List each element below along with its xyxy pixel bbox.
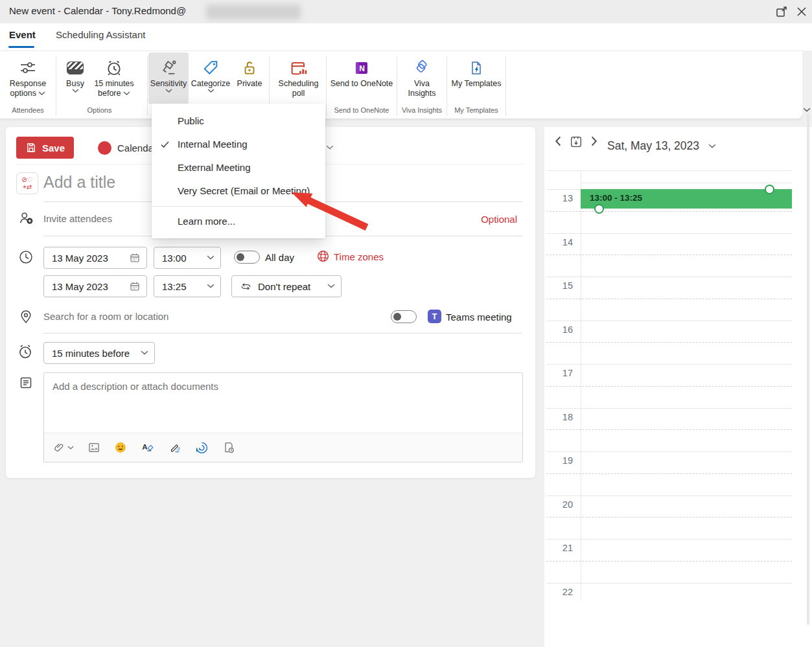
- calendar-color-dot: [98, 141, 111, 155]
- end-date-input[interactable]: 13 May 2023: [43, 275, 147, 297]
- hour-line: [546, 495, 792, 496]
- ribbon-overflow-button[interactable]: [803, 108, 811, 113]
- start-time-value: 13:00: [162, 253, 187, 264]
- hour-line: [546, 364, 792, 365]
- menu-item-very-secret[interactable]: Very Secret (Email or Meeting): [152, 179, 325, 203]
- ribbon-divider: [447, 56, 447, 116]
- attach-file-button[interactable]: [53, 441, 74, 454]
- private-button[interactable]: Private: [232, 52, 267, 104]
- response-options-icon: [19, 57, 37, 79]
- invite-attendees-icon: [18, 210, 35, 227]
- time-zones-globe-icon: [316, 249, 330, 263]
- tab-scheduling-assistant[interactable]: Scheduling Assistant: [56, 29, 145, 40]
- tab-event[interactable]: Event: [9, 29, 36, 40]
- end-time-input[interactable]: 13:25: [154, 275, 221, 297]
- save-label: Save: [42, 142, 65, 153]
- popout-button[interactable]: [774, 5, 789, 19]
- half-hour-line: [546, 342, 792, 343]
- previous-day-button[interactable]: [554, 136, 562, 146]
- title-input[interactable]: Add a title: [43, 173, 115, 192]
- date-picker-label[interactable]: Sat, May 13, 2023: [607, 139, 716, 153]
- menu-item-internal-meeting[interactable]: Internal Meeting: [152, 133, 325, 156]
- busy-label: Busy: [66, 79, 84, 89]
- close-button[interactable]: [795, 5, 809, 19]
- half-hour-line: [546, 517, 792, 517]
- send-later-button[interactable]: [222, 441, 235, 454]
- description-input[interactable]: Add a description or attach documents: [43, 372, 523, 462]
- hour-line: [546, 539, 792, 539]
- sensitivity-button[interactable]: Sensitivity: [148, 52, 189, 104]
- ribbon-divider: [505, 56, 506, 116]
- ribbon-divider: [326, 56, 327, 116]
- event-resize-handle-top[interactable]: [765, 185, 774, 194]
- open-in-new-window-icon: [774, 5, 789, 19]
- scheduling-poll-button[interactable]: Scheduling poll: [272, 52, 325, 104]
- half-hour-line: [546, 561, 792, 562]
- end-date-value: 13 May 2023: [52, 281, 108, 292]
- menu-item-label: Very Secret (Email or Meeting): [178, 185, 310, 196]
- scrollbar[interactable]: [807, 113, 809, 625]
- draw-pen-button[interactable]: [168, 441, 181, 454]
- clock-icon: [18, 249, 34, 265]
- go-to-date-button[interactable]: [569, 135, 583, 149]
- group-label-attendees: Attendees: [1, 106, 54, 117]
- hour-label: 15: [544, 280, 573, 291]
- teams-meeting-toggle[interactable]: [391, 310, 417, 323]
- optional-attendees-button[interactable]: Optional: [481, 214, 517, 225]
- next-day-button[interactable]: [590, 136, 598, 146]
- emoji-button[interactable]: [114, 441, 127, 454]
- alarm-clock-icon: [105, 57, 123, 79]
- date-label: Sat, May 13, 2023: [607, 139, 699, 152]
- send-to-onenote-button[interactable]: N Send to OneNote: [329, 52, 394, 104]
- invite-attendees-input[interactable]: Invite attendees: [43, 213, 112, 224]
- categorize-button[interactable]: Categorize: [189, 52, 232, 104]
- location-input[interactable]: Search for a room or location: [43, 311, 168, 322]
- hour-label: 22: [544, 587, 573, 597]
- half-hour-line: [546, 473, 792, 474]
- repeat-dropdown[interactable]: Don't repeat: [231, 275, 342, 297]
- menu-item-learn-more[interactable]: Learn more...: [152, 210, 325, 233]
- day-grid[interactable]: 13141516171819202122 13:00 - 13:25: [544, 170, 812, 601]
- busy-button[interactable]: Busy: [61, 52, 89, 104]
- loop-component-button[interactable]: [195, 441, 209, 455]
- menu-item-public[interactable]: Public: [152, 109, 325, 133]
- hour-label: 14: [544, 237, 573, 247]
- tab-strip: Event Scheduling Assistant: [0, 23, 812, 51]
- reminder-value: 15 minutes before: [52, 348, 130, 359]
- send-to-onenote-label: Send to OneNote: [331, 79, 393, 89]
- start-time-input[interactable]: 13:00: [154, 247, 221, 269]
- day-peek-panel: Sat, May 13, 2023 13141516171819202122 1…: [544, 127, 812, 647]
- repeat-value: Don't repeat: [258, 281, 310, 292]
- paperclip-icon: [53, 441, 65, 454]
- hour-label: 18: [544, 412, 573, 422]
- menu-item-external-meeting[interactable]: External Meeting: [152, 156, 325, 179]
- reminder-dropdown[interactable]: 15 minutes before: [43, 342, 155, 364]
- close-icon: [795, 5, 809, 19]
- sensitivity-menu: Public Internal Meeting External Meeting…: [152, 104, 325, 238]
- viva-insights-button[interactable]: Viva Insights: [399, 52, 445, 104]
- response-options-button[interactable]: Response options: [1, 52, 54, 104]
- my-templates-button[interactable]: My Templates: [449, 52, 504, 104]
- private-label: Private: [237, 79, 262, 89]
- calendar-selector[interactable]: Calendar: [117, 142, 157, 153]
- insert-image-button[interactable]: [87, 441, 100, 454]
- description-placeholder: Add a description or attach documents: [52, 381, 218, 392]
- event-category-icon[interactable]: ⊘♡ +⇄: [16, 172, 38, 194]
- menu-item-label: Internal Meeting: [178, 139, 248, 150]
- date-picker-icon: [129, 280, 141, 292]
- chevron-down-icon: [141, 350, 148, 356]
- svg-text:N: N: [359, 64, 365, 73]
- start-date-input[interactable]: 13 May 2023: [43, 247, 147, 269]
- reminder-ribbon-button[interactable]: 15 minutes before: [90, 52, 138, 104]
- calendar-event-block[interactable]: 13:00 - 13:25: [581, 189, 792, 209]
- onenote-icon: N: [354, 57, 369, 79]
- calendar-selector-chevron[interactable]: [326, 145, 334, 150]
- date-picker-icon: [129, 252, 141, 264]
- event-resize-handle-bottom[interactable]: [594, 204, 604, 214]
- hour-line: [546, 277, 792, 277]
- save-button[interactable]: Save: [16, 137, 74, 159]
- all-day-toggle[interactable]: [234, 251, 260, 264]
- clear-formatting-button[interactable]: A: [141, 441, 154, 454]
- hour-label: 20: [544, 499, 573, 510]
- time-zones-button[interactable]: Time zones: [334, 251, 384, 262]
